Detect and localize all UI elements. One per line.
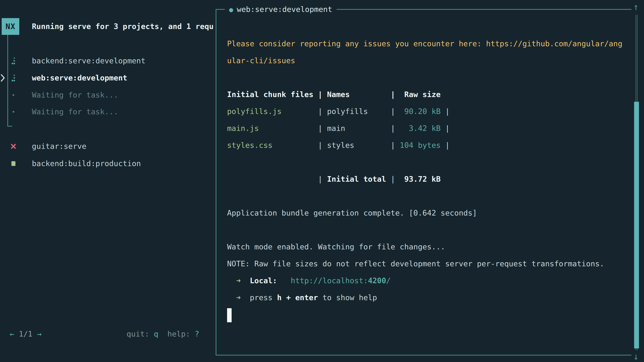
output-line: ular-cli/issues [227,52,622,69]
text-segment [227,293,236,302]
task-tree-connector-corner [8,126,12,126]
task-success-square-icon [12,161,16,166]
nx-tui-window: { "header": { "badge": "NX", "title": "R… [0,0,644,362]
terminal-title: ●web:serve:development [225,1,336,18]
selected-task-caret-icon [1,74,5,82]
task-label: Waiting for task... [32,86,118,103]
text-segment: | [272,141,327,150]
text-segment: styles.css [227,141,272,150]
text-segment: | [368,107,395,116]
task-row-backend-build-production[interactable]: backend:build:production [0,155,215,172]
scrollbar-up-icon[interactable]: ↑ [630,0,641,15]
text-segment [227,276,236,285]
task-waiting-dot-icon [12,111,14,113]
task-label: backend:build:production [32,155,141,172]
help-key: ? [195,330,199,338]
text-segment: 90.20 kB [395,107,440,116]
page-title: Running serve for 3 projects, and 1 requ [32,18,214,35]
text-segment: | [259,124,327,133]
task-label: web:serve:development [32,69,127,86]
text-segment: 93.72 kB [395,175,440,184]
scrollbar-thumb[interactable] [634,102,639,349]
prompt-arrow-icon: ➜ [236,276,241,285]
output-line [227,154,622,171]
output-line [227,188,622,204]
text-segment [241,276,250,285]
text-segment: polyfills [327,107,368,116]
task-row-guitar-serve[interactable]: guitar:serve [0,138,215,155]
terminal-title-text: web:serve:development [237,5,332,14]
text-segment: | [440,124,450,133]
text-segment: 3.42 kB [395,124,440,133]
text-segment: | [440,107,450,116]
task-label: Waiting for task... [32,103,118,120]
text-segment: main [327,124,345,133]
text-segment: to show help [318,293,377,302]
text-segment: | [354,141,395,150]
output-line: Initial chunk files | Names | Raw size [227,86,622,103]
output-line: Please consider reporting any issues you… [227,35,622,52]
output-line [227,221,622,238]
output-line: polyfills.js | polyfills | 90.20 kB | [227,103,622,120]
output-line [227,69,622,86]
scrollbar-down-icon[interactable]: ↓ [630,349,641,362]
text-segment: ular-cli/issues [227,56,295,65]
text-segment: NOTE: Raw file sizes do not reflect deve… [227,259,604,268]
terminal-panel: ●web:serve:development Please consider r… [216,9,632,356]
text-segment: h + enter [277,293,318,302]
text-segment: | [386,175,395,184]
spacer [158,330,167,338]
help-label: help: [167,330,195,338]
output-line: ➜ press h + enter to show help [227,289,622,306]
task-spinner-icon [12,74,15,82]
text-segment: | [282,107,327,116]
text-segment: main.js [227,124,259,133]
text-segment: styles [327,141,354,150]
text-segment: | [227,175,327,184]
text-segment: Initial total [327,175,386,184]
text-segment: 104 bytes [395,141,440,150]
task-row-Waiting-for-task-[interactable]: Waiting for task... [0,86,215,103]
task-waiting-dot-icon [12,94,14,96]
terminal-cursor [227,308,232,322]
output-line: ➜ Local: http://localhost:4200/ [227,272,622,289]
output-line: main.js | main | 3.42 kB | [227,120,622,137]
quit-key: q [154,330,158,338]
text-segment: Local: [250,276,277,285]
quit-label: quit: [126,330,154,338]
task-row-Waiting-for-task-[interactable]: Waiting for task... [0,103,215,120]
output-line: NOTE: Raw file sizes do not reflect deve… [227,255,622,272]
task-label: guitar:serve [32,138,86,155]
text-segment: Watch mode enabled. Watching for file ch… [227,242,445,251]
text-segment: polyfills.js [227,107,282,116]
running-bullet-icon: ● [229,6,233,13]
text-segment [241,293,250,302]
output-line: Application bundle generation complete. … [227,204,622,221]
task-label: backend:serve:development [32,52,146,69]
localhost-link[interactable]: http://localhost: [291,276,368,285]
output-line: | Initial total | 93.72 kB [227,171,622,188]
text-segment: | [440,141,450,150]
localhost-link[interactable]: / [386,276,390,285]
text-segment: press [250,293,277,302]
terminal-output: Please consider reporting any issues you… [227,35,622,306]
task-row-web-serve-development[interactable]: web:serve:development [0,69,215,86]
text-segment: | [345,124,395,133]
task-spinner-icon [12,57,15,64]
nx-logo: NX [2,18,19,35]
output-line: styles.css | styles | 104 bytes | [227,137,622,154]
text-segment: Application bundle generation complete. … [227,209,477,217]
task-failed-cross-icon [11,144,16,149]
text-segment: Please consider reporting any issues you… [227,39,622,48]
keyboard-shortcuts: quit: q help: ? [0,326,199,343]
text-segment: Initial chunk files | Names | Raw size [227,90,440,99]
output-line: Watch mode enabled. Watching for file ch… [227,238,622,255]
task-row-backend-serve-development[interactable]: backend:serve:development [0,52,215,69]
localhost-link[interactable]: 4200 [368,276,386,285]
prompt-arrow-icon: ➜ [236,293,241,302]
text-segment [277,276,291,285]
